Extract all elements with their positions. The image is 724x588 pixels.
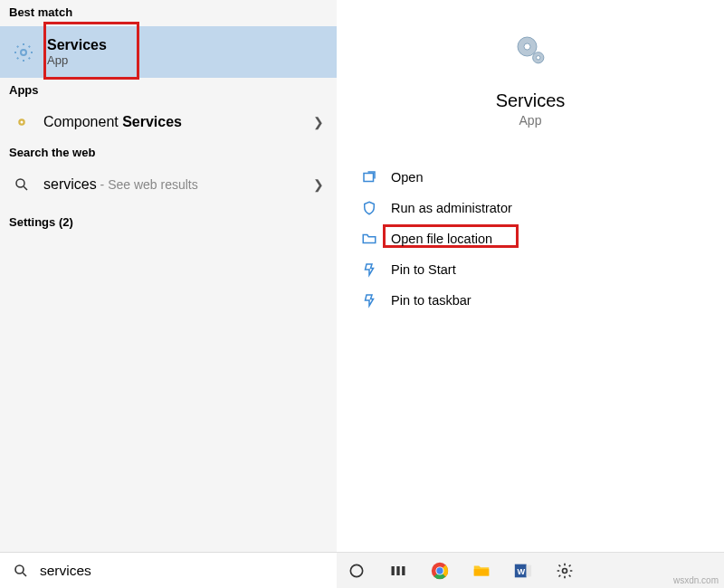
svg-point-6 [524,43,530,50]
section-settings[interactable]: Settings (2) [0,203,337,236]
svg-point-20 [436,567,443,574]
pin-icon [360,261,378,279]
open-icon [360,168,378,186]
services-large-icon [511,31,549,69]
component-services-icon [13,113,31,131]
pin-icon [360,291,378,309]
action-label: Open [391,170,423,185]
chevron-right-icon: ❯ [313,115,324,129]
cortana-icon[interactable] [346,560,367,582]
shield-icon [360,199,378,217]
task-view-icon[interactable] [387,560,409,582]
folder-icon [360,230,378,248]
search-input[interactable] [40,563,324,579]
result-component-services[interactable]: Component Services ❯ [0,104,337,140]
search-icon [13,175,31,194]
svg-rect-24 [527,564,532,576]
action-label: Open file location [391,232,492,246]
detail-subtitle: App [519,113,542,128]
svg-rect-15 [402,566,405,575]
detail-title: Services [496,90,566,111]
taskbar: W [337,552,724,588]
action-label: Run as administrator [391,201,512,215]
section-search-web: Search the web [0,140,337,166]
result-web-search[interactable]: services - See web results ❯ [0,166,337,203]
svg-point-0 [21,50,26,55]
svg-point-25 [563,568,567,573]
action-open-file-location[interactable]: Open file location [357,223,704,254]
svg-text:W: W [518,566,526,575]
action-pin-to-start[interactable]: Pin to Start [357,254,704,285]
section-apps: Apps [0,78,337,104]
svg-line-11 [23,573,26,576]
result-label: services - See web results [43,176,198,193]
svg-rect-14 [396,566,399,575]
svg-point-12 [350,564,362,576]
section-best-match: Best match [0,0,337,26]
chrome-icon[interactable] [429,560,451,582]
search-icon [13,563,29,579]
watermark: wsxdn.com [673,575,719,585]
svg-rect-9 [364,174,374,182]
svg-rect-21 [474,569,490,575]
action-pin-to-taskbar[interactable]: Pin to taskbar [357,285,704,316]
svg-point-10 [15,565,24,574]
result-title: Services [47,37,107,53]
svg-point-8 [537,56,540,60]
gear-icon [13,42,34,63]
action-open[interactable]: Open [357,162,704,193]
file-explorer-icon[interactable] [471,560,492,582]
chevron-right-icon: ❯ [313,177,324,192]
result-subtitle: App [47,53,107,67]
svg-rect-13 [392,566,395,575]
result-services-app[interactable]: Services App [0,26,337,78]
action-run-as-administrator[interactable]: Run as administrator [357,193,704,223]
action-label: Pin to taskbar [391,293,472,308]
search-bar[interactable] [0,552,337,588]
svg-point-3 [16,179,24,187]
result-label: Component Services [43,114,182,130]
svg-point-2 [21,121,24,124]
word-icon[interactable]: W [512,560,534,582]
action-label: Pin to Start [391,262,456,277]
settings-gear-icon[interactable] [554,560,576,582]
svg-line-4 [24,186,27,190]
